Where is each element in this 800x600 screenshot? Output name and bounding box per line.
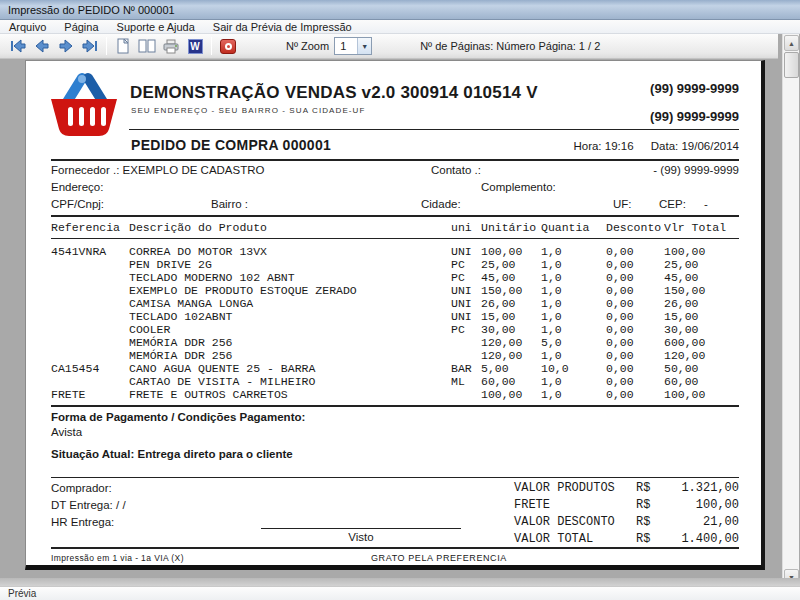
total-label: VALOR TOTAL xyxy=(514,531,636,548)
table-cell: 100,00 xyxy=(664,245,741,258)
table-cell: 25,00 xyxy=(481,258,541,271)
table-cell: 5,00 xyxy=(481,362,541,375)
situation-status: Situação Atual: Entrega direto para o cl… xyxy=(51,448,293,460)
total-value: 1.321,00 xyxy=(664,480,739,497)
basket-logo-icon xyxy=(44,71,124,141)
chevron-down-icon[interactable]: ▼ xyxy=(357,38,371,54)
table-cell: 120,00 xyxy=(481,336,541,349)
table-cell: 15,00 xyxy=(481,310,541,323)
table-row: CA15454CANO AGUA QUENTE 25 - BARRABAR5,0… xyxy=(51,362,741,375)
table-cell: 1,0 xyxy=(541,388,606,401)
table-cell xyxy=(451,336,481,349)
table-cell: PC xyxy=(451,271,481,284)
table-row: TECLADO 102ABNTUNI15,001,00,0015,00 xyxy=(51,310,741,323)
print-button[interactable] xyxy=(159,36,183,57)
table-cell: 50,00 xyxy=(664,362,741,375)
table-cell: MEMÓRIA DDR 256 xyxy=(129,336,451,349)
table-cell: 45,00 xyxy=(481,271,541,284)
table-cell: MEMÓRIA DDR 256 xyxy=(129,349,451,362)
two-pages-icon xyxy=(138,38,156,54)
table-cell: FRETE xyxy=(51,388,129,401)
divider xyxy=(51,238,739,239)
fornecedor-value: EXEMPLO DE CADASTRO xyxy=(123,164,265,176)
table-cell: 26,00 xyxy=(664,297,741,310)
thanks-message: GRATO PELA PREFERENCIA xyxy=(371,553,507,563)
delivery-date: DT Entrega: / / xyxy=(51,499,126,511)
col-vlr-total: Vlr Total xyxy=(664,221,741,234)
status-text: Prévia xyxy=(8,588,36,599)
single-page-view-button[interactable] xyxy=(111,36,135,57)
vertical-scrollbar[interactable]: ▲ ▼ xyxy=(782,34,799,586)
table-cell xyxy=(51,375,129,388)
zoom-label: Nº Zoom xyxy=(286,40,329,52)
items-table: 4541VNRACORREA DO MOTOR 13VXUNI100,001,0… xyxy=(51,245,741,401)
table-cell: 100,00 xyxy=(481,245,541,258)
delivery-time-label: HR Entrega: xyxy=(51,516,114,528)
preview-edge xyxy=(0,578,800,586)
zoom-value: 1 xyxy=(335,40,357,52)
print-preview-window: Impressão do PEDIDO Nº 000001 Arquivo Pá… xyxy=(0,0,800,600)
table-cell: CORREA DO MOTOR 13VX xyxy=(129,245,451,258)
next-page-icon xyxy=(58,39,74,53)
table-cell: 0,00 xyxy=(606,362,664,375)
divider xyxy=(51,477,739,478)
two-pages-view-button[interactable] xyxy=(135,36,159,57)
menu-arquivo[interactable]: Arquivo xyxy=(0,20,55,34)
total-value: 100,00 xyxy=(664,497,739,514)
table-cell xyxy=(51,349,129,362)
currency: R$ xyxy=(636,531,664,548)
table-cell xyxy=(51,297,129,310)
table-cell: PEN DRIVE 2G xyxy=(129,258,451,271)
table-cell: 30,00 xyxy=(481,323,541,336)
cpf-label: CPF/Cnpj: xyxy=(51,198,104,210)
window-title: Impressão do PEDIDO Nº 000001 xyxy=(8,4,175,16)
menu-bar: Arquivo Página Suporte e Ajuda Sair da P… xyxy=(0,20,800,34)
table-cell: UNI xyxy=(451,297,481,310)
menu-pagina[interactable]: Página xyxy=(55,20,107,34)
payment-terms-value: Avista xyxy=(51,426,82,438)
total-label: VALOR PRODUTOS xyxy=(514,480,636,497)
table-cell: 0,00 xyxy=(606,297,664,310)
table-cell: CAMISA MANGA LONGA xyxy=(129,297,451,310)
table-cell: 1,0 xyxy=(541,297,606,310)
zoom-select[interactable]: 1 ▼ xyxy=(334,37,372,55)
close-preview-button[interactable] xyxy=(216,36,240,57)
divider xyxy=(51,215,739,217)
table-cell: 60,00 xyxy=(664,375,741,388)
table-cell: TECLADO MODERNO 102 ABNT xyxy=(129,271,451,284)
previous-page-button[interactable] xyxy=(30,36,54,57)
col-uni: uni xyxy=(451,221,481,234)
export-word-button[interactable]: W xyxy=(183,36,207,57)
dt-entrega-label: DT Entrega: xyxy=(51,499,113,511)
company-phone-1: (99) 9999-9999 xyxy=(650,81,739,96)
items-table-header: Referencia Descrição do Produto uni Unit… xyxy=(51,221,739,234)
table-cell xyxy=(51,336,129,349)
scrollbar-thumb[interactable] xyxy=(784,52,799,78)
grand-total-row: VALOR TOTAL R$ 1.400,00 xyxy=(514,531,739,548)
scroll-up-icon[interactable]: ▲ xyxy=(784,35,799,51)
last-page-button[interactable] xyxy=(78,36,102,57)
company-address: SEU ENDEREÇO - SEU BAIRRO - SUA CIDADE-U… xyxy=(131,106,365,115)
window-titlebar: Impressão do PEDIDO Nº 000001 xyxy=(0,0,800,20)
table-cell: 25,00 xyxy=(664,258,741,271)
table-cell: 0,00 xyxy=(606,349,664,362)
fornecedor-label: Fornecedor .: xyxy=(51,164,119,176)
first-page-button[interactable] xyxy=(6,36,30,57)
table-cell: 10,0 xyxy=(541,362,606,375)
table-cell: 4541VNRA xyxy=(51,245,129,258)
company-phone-2: (99) 9999-9999 xyxy=(650,109,739,124)
freight-row: FRETE R$ 100,00 xyxy=(514,497,739,514)
total-value: 21,00 xyxy=(664,514,739,531)
table-cell: 0,00 xyxy=(606,271,664,284)
table-cell: 60,00 xyxy=(481,375,541,388)
menu-sair-previa[interactable]: Sair da Prévia de Impressão xyxy=(204,20,361,34)
table-cell: 100,00 xyxy=(664,388,741,401)
next-page-button[interactable] xyxy=(54,36,78,57)
company-name: DEMONSTRAÇÃO VENDAS v2.0 300914 010514 V xyxy=(130,83,538,103)
currency: R$ xyxy=(636,497,664,514)
document-page: DEMONSTRAÇÃO VENDAS v2.0 300914 010514 V… xyxy=(25,60,765,570)
table-row: CARTAO DE VISITA - MILHEIROML60,001,00,0… xyxy=(51,375,741,388)
menu-suporte[interactable]: Suporte e Ajuda xyxy=(108,20,204,34)
col-descricao: Descrição do Produto xyxy=(129,221,451,234)
order-date: Data: 19/06/2014 xyxy=(651,140,739,152)
